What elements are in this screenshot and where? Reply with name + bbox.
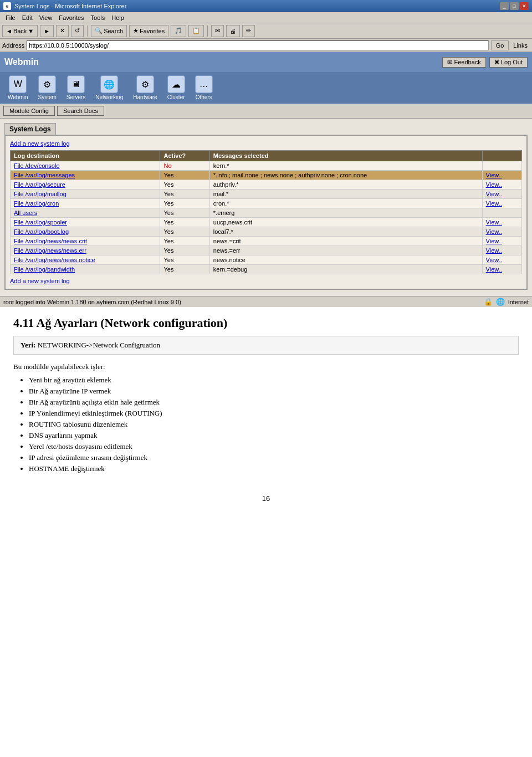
stop-button[interactable]: ✕ [56,25,69,37]
ie-icon: e [3,2,11,10]
doc-list: Yeni bir ağ arayüzü eklemekBir Ağ arayüz… [13,376,519,473]
module-config-button[interactable]: Module Config [3,106,55,116]
log-destination[interactable]: File /var/log/secure [11,180,160,190]
log-view[interactable]: View.. [482,180,521,190]
title-left: e System Logs - Microsoft Internet Explo… [3,2,126,10]
favorites-icon: ★ [133,27,139,34]
menu-tools[interactable]: Tools [88,14,109,22]
log-view[interactable]: View.. [482,246,521,255]
menu-file[interactable]: File [2,14,19,22]
log-active: Yes [160,171,209,180]
nav-hardware[interactable]: ⚙ Hardware [129,74,161,101]
history-button[interactable]: 📋 [188,25,204,37]
forward-button[interactable]: ► [40,25,54,37]
log-active: Yes [160,265,209,274]
edit-button[interactable]: ✏ [242,25,255,37]
log-messages: local7.* [209,227,482,237]
list-item: IP Yönlendirmeyi etkinleştirmek (ROUTING… [29,409,519,418]
print-button[interactable]: 🖨 [226,25,240,37]
log-destination[interactable]: File /var/log/maillog [11,190,160,199]
nav-servers[interactable]: 🖥 Servers [62,74,90,101]
log-destination[interactable]: File /var/log/spooler [11,218,160,227]
list-item: ROUTING tablosunu düzenlemek [29,420,519,429]
log-view[interactable]: View.. [482,218,521,227]
log-active: Yes [160,180,209,190]
nav-networking-label: Networking [95,94,123,100]
address-input[interactable] [27,40,488,50]
table-row: File /dev/consoleNokern.* [11,161,522,171]
log-destination[interactable]: File /var/log/messages [11,171,160,180]
refresh-button[interactable]: ↺ [71,25,84,37]
back-button[interactable]: ◄ Back ▼ [2,25,38,37]
webmin-nav: W Webmin ⚙ System 🖥 Servers 🌐 Networking… [0,72,532,104]
log-destination[interactable]: File /var/log/bandwidth [11,265,160,274]
log-destination[interactable]: File /var/log/news/news.crit [11,237,160,246]
log-view[interactable]: View.. [482,255,521,265]
networking-nav-icon: 🌐 [100,75,118,93]
log-destination[interactable]: File /var/log/boot.log [11,227,160,237]
log-table: Log destination Active? Messages selecte… [10,150,522,274]
log-view[interactable]: View.. [482,190,521,199]
nav-others-label: Others [196,94,212,100]
nav-webmin[interactable]: W Webmin [3,74,33,101]
search-docs-button[interactable]: Search Docs [57,106,104,116]
menu-favorites[interactable]: Favorites [55,14,87,22]
browser-toolbar: ◄ Back ▼ ► ✕ ↺ 🔍 Search ★ Favorites 🎵 📋 … [0,23,532,39]
log-active: Yes [160,208,209,218]
menu-view[interactable]: View [36,14,56,22]
nav-others[interactable]: … Others [191,74,217,101]
menu-help[interactable]: Help [108,14,127,22]
log-destination[interactable]: File /var/log/news/news.notice [11,255,160,265]
log-view[interactable]: View.. [482,227,521,237]
log-active: Yes [160,237,209,246]
media-button[interactable]: 🎵 [171,25,186,37]
table-row: File /var/log/maillogYesmail.*View.. [11,190,522,199]
nav-networking[interactable]: 🌐 Networking [91,74,127,101]
minimize-button[interactable]: _ [500,2,509,10]
log-view[interactable]: View.. [482,265,521,274]
favorites-button[interactable]: ★ Favorites [129,25,168,37]
log-destination[interactable]: File /var/log/cron [11,199,160,208]
add-log-top-link[interactable]: Add a new system log [10,140,522,147]
list-item: Yerel /etc/hosts dosyasını editlemek [29,442,519,451]
log-destination[interactable]: File /dev/console [11,161,160,171]
table-row: File /var/log/spoolerYesuucp,news.critVi… [11,218,522,227]
log-active: Yes [160,199,209,208]
log-destination[interactable]: File /var/log/news/news.err [11,246,160,255]
nav-cluster[interactable]: ☁ Cluster [163,74,190,101]
back-icon: ◄ [6,28,12,34]
go-button[interactable]: Go [491,40,509,50]
log-active: Yes [160,255,209,265]
table-row: File /var/log/bandwidthYeskern.=debugVie… [11,265,522,274]
log-destination[interactable]: All users [11,208,160,218]
nav-system[interactable]: ⚙ System [34,74,61,101]
add-log-bottom-link[interactable]: Add a new system log [10,278,522,284]
close-button[interactable]: ✕ [520,2,529,10]
log-messages: news.=err [209,246,482,255]
maximize-button[interactable]: □ [510,2,519,10]
log-view[interactable]: View.. [482,237,521,246]
log-view[interactable]: View.. [482,171,521,180]
address-bar: Address Go Links [0,39,532,52]
menu-edit[interactable]: Edit [19,14,36,22]
search-button[interactable]: 🔍 Search [91,25,127,37]
log-active: Yes [160,190,209,199]
location-label: Yeri: [21,341,35,349]
feedback-button[interactable]: ✉ Feedback [442,57,485,68]
table-row: File /var/log/news/news.errYesnews.=errV… [11,246,522,255]
doc-title-full: Ağ Ayarları (Network configuration) [37,316,228,330]
log-view [482,161,521,171]
log-messages: cron.* [209,199,482,208]
status-bar: root logged into Webmin 1.180 on aybiem.… [0,296,532,307]
col-messages: Messages selected [209,151,482,161]
mail-button[interactable]: ✉ [211,25,224,37]
media-icon: 🎵 [175,27,182,34]
logout-button[interactable]: ✖ Log Out [489,57,528,68]
col-active: Active? [160,151,209,161]
log-view[interactable]: View.. [482,199,521,208]
page-number: 16 [0,494,532,507]
search-icon: 🔍 [95,27,103,34]
list-item: Yeni bir ağ arayüzü eklemek [29,376,519,385]
search-label: Search [104,28,123,34]
table-row: File /var/log/boot.logYeslocal7.*View.. [11,227,522,237]
